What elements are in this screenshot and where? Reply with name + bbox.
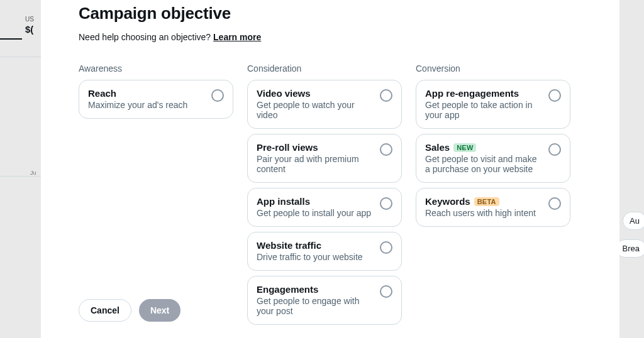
objective-card-video-views[interactable]: Video views Get people to watch your vid… <box>247 80 402 129</box>
background-left-panel: US $( Ju <box>0 0 41 338</box>
help-text: Need help choosing an objective? <box>79 32 213 42</box>
background-right-panel: Au Brea <box>619 0 644 338</box>
radio-unselected-icon[interactable] <box>380 143 392 156</box>
card-title: Website traffic <box>257 240 374 251</box>
campaign-objective-modal: Campaign objective Need help choosing an… <box>41 0 619 338</box>
objective-card-engagements[interactable]: Engagements Get people to engage with yo… <box>247 276 402 325</box>
card-desc: Get people to engage with your post <box>257 296 374 316</box>
card-title: Sales NEW <box>425 142 542 153</box>
column-consideration: Consideration Video views Get people to … <box>247 63 402 330</box>
card-title: App re-engagements <box>425 88 542 99</box>
card-desc: Drive traffic to your website <box>257 252 374 262</box>
radio-unselected-icon[interactable] <box>380 285 392 298</box>
card-desc: Get people to watch your video <box>257 100 374 120</box>
radio-unselected-icon[interactable] <box>548 197 561 210</box>
column-conversion: Conversion App re-engagements Get people… <box>416 63 570 330</box>
objective-columns: Awareness Reach Maximize your ad's reach… <box>79 63 582 330</box>
card-title: App installs <box>257 196 374 207</box>
objective-card-preroll-views[interactable]: Pre-roll views Pair your ad with premium… <box>247 134 402 183</box>
bg-pill-brea: Brea <box>616 239 644 258</box>
axis-label-fragment: Ju <box>30 170 36 176</box>
amount-label: $( <box>25 24 33 35</box>
card-desc: Pair your ad with premium content <box>257 154 374 174</box>
radio-unselected-icon[interactable] <box>380 241 392 254</box>
objective-card-app-installs[interactable]: App installs Get people to install your … <box>247 188 402 227</box>
page-title: Campaign objective <box>79 4 582 23</box>
learn-more-link[interactable]: Learn more <box>213 32 261 42</box>
objective-card-sales[interactable]: Sales NEW Get people to visit and make a… <box>416 134 570 183</box>
objective-card-keywords[interactable]: Keywords BETA Reach users with high inte… <box>416 188 570 227</box>
objective-card-website-traffic[interactable]: Website traffic Drive traffic to your we… <box>247 232 402 271</box>
column-header-consideration: Consideration <box>247 63 402 74</box>
card-desc: Maximize your ad's reach <box>88 100 205 110</box>
bg-pill-au: Au <box>623 212 644 230</box>
card-title: Video views <box>257 88 374 99</box>
radio-unselected-icon[interactable] <box>380 197 392 210</box>
card-desc: Get people to visit and make a purchase … <box>425 154 542 174</box>
card-desc: Reach users with high intent <box>425 208 542 218</box>
currency-label: US <box>25 16 34 23</box>
objective-card-reach[interactable]: Reach Maximize your ad's reach <box>79 80 233 119</box>
card-title: Pre-roll views <box>257 142 374 153</box>
cancel-button[interactable]: Cancel <box>79 299 131 322</box>
divider <box>0 176 41 177</box>
radio-unselected-icon[interactable] <box>380 89 392 102</box>
modal-footer: Cancel Next <box>79 299 180 322</box>
badge-beta: BETA <box>474 197 499 206</box>
card-title: Reach <box>88 88 205 99</box>
card-title: Engagements <box>257 284 374 295</box>
help-text-row: Need help choosing an objective? Learn m… <box>79 32 582 42</box>
badge-new: NEW <box>453 143 476 152</box>
radio-unselected-icon[interactable] <box>548 143 561 156</box>
radio-unselected-icon[interactable] <box>211 89 224 102</box>
card-title: Keywords BETA <box>425 196 542 207</box>
underline <box>0 38 22 40</box>
column-header-conversion: Conversion <box>416 63 570 74</box>
card-desc: Get people to install your app <box>257 208 374 218</box>
card-desc: Get people to take action in your app <box>425 100 542 120</box>
divider <box>0 57 41 57</box>
radio-unselected-icon[interactable] <box>548 89 561 102</box>
objective-card-app-reengagements[interactable]: App re-engagements Get people to take ac… <box>416 80 570 129</box>
column-header-awareness: Awareness <box>79 63 233 74</box>
next-button[interactable]: Next <box>139 299 180 322</box>
column-awareness: Awareness Reach Maximize your ad's reach <box>79 63 233 330</box>
